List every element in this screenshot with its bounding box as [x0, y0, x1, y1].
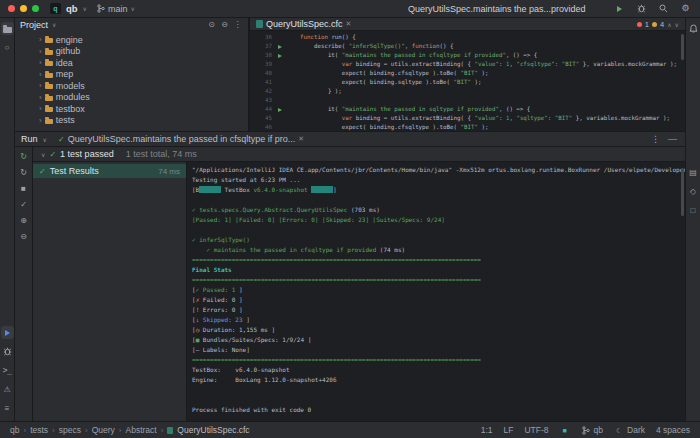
debug-tool-button[interactable] — [1, 345, 14, 358]
line-number[interactable]: 37 — [250, 42, 274, 51]
line-number[interactable]: 42 — [250, 87, 274, 96]
close-session-icon[interactable]: ✕ — [298, 135, 304, 143]
project-widget[interactable]: qb — [66, 3, 78, 14]
tree-item[interactable]: ›mep — [15, 69, 248, 81]
line-number[interactable]: 40 — [250, 69, 274, 78]
git-branch-widget[interactable]: qb — [581, 425, 603, 435]
line-separator[interactable]: LF — [504, 425, 514, 435]
search-everywhere-button[interactable] — [657, 2, 670, 15]
run-test-gutter-icon[interactable] — [274, 45, 286, 49]
collapse-all-button[interactable]: ⊖ — [219, 19, 230, 30]
code-token: : — [555, 61, 562, 67]
project-panel: Project ∨ ⊙⊖⋮ ›engine›github›idea›mep›mo… — [15, 18, 249, 131]
line-number[interactable]: 46 — [250, 123, 274, 131]
locate-file-button[interactable]: ⊙ — [206, 19, 217, 30]
console-text — [192, 196, 196, 203]
close-tab-icon[interactable]: ✕ — [346, 20, 352, 28]
tree-item[interactable]: ›modules — [15, 92, 248, 104]
tree-item[interactable]: ›tests — [15, 115, 248, 127]
breadcrumb-item[interactable]: Abstract — [125, 425, 156, 435]
commit-tool-button[interactable]: ○ — [1, 41, 14, 54]
test-results-root-row[interactable]: ✓ Test Results 74 ms — [33, 164, 186, 178]
run-session-tab[interactable]: ✓ QueryUtilsSpec.maintains the passed in… — [58, 134, 304, 144]
code-token — [286, 34, 300, 40]
line-number[interactable]: 45 — [250, 114, 274, 123]
vcs-branch-widget[interactable]: main ∨ — [96, 4, 135, 14]
notifications-button[interactable] — [687, 22, 700, 35]
code-token: it( — [286, 106, 342, 112]
line-number[interactable]: 36 — [250, 33, 274, 42]
code-token: "cfsqltype" — [516, 61, 554, 67]
code-editor[interactable]: 36 function run() {37 describe( "inferSq… — [250, 31, 685, 131]
tree-item[interactable]: ›idea — [15, 57, 248, 69]
app-icon: q — [50, 3, 61, 14]
close-window-button[interactable] — [8, 5, 15, 12]
code-token: "maintains the passed in sqltype if prov… — [342, 106, 499, 112]
minimize-window-button[interactable] — [20, 5, 27, 12]
code-line: 46 expect( binding.cfsqltype ).toBe( "BI… — [250, 123, 685, 131]
line-number[interactable]: 38 — [250, 51, 274, 60]
prev-problem-icon[interactable]: ∧ — [667, 21, 671, 28]
breadcrumb-item[interactable]: QueryUtilsSpec.cfc — [177, 425, 249, 435]
database-tool-button[interactable]: ▤ — [687, 166, 700, 179]
run-tool-button[interactable] — [1, 326, 14, 339]
show-passed-button[interactable]: ✓ — [18, 199, 30, 211]
debug-button[interactable] — [635, 2, 648, 15]
run-test-gutter-icon[interactable] — [274, 108, 286, 112]
terminal-tool-button[interactable]: >_ — [1, 364, 14, 377]
breadcrumb-item[interactable]: specs — [59, 425, 81, 435]
file-encoding[interactable]: UTF-8 — [524, 425, 548, 435]
tree-item[interactable]: ›models — [15, 80, 248, 92]
services-tool-button[interactable]: ≡ — [1, 402, 14, 415]
line-number[interactable]: 43 — [250, 96, 274, 105]
error-count: 1 — [645, 20, 649, 29]
zoom-window-button[interactable] — [32, 5, 39, 12]
indent-widget[interactable]: 4 spaces — [656, 425, 690, 435]
chevron-down-icon: ∨ — [43, 136, 47, 143]
dependencies-tool-button[interactable]: □ — [687, 204, 700, 217]
console-scrollbar-thumb[interactable] — [681, 168, 684, 216]
rerun-failed-button[interactable]: ↻ — [18, 167, 30, 179]
run-tab[interactable]: Run — [21, 134, 38, 144]
chevron-down-icon: ∨ — [52, 21, 56, 28]
breadcrumb-item[interactable]: tests — [30, 425, 48, 435]
console-text: [Passed: 1] [Failed: 0] [Errors: 0] [Ski… — [192, 216, 445, 223]
collapse-all-button[interactable]: ⊖ — [18, 231, 30, 243]
problems-tool-button[interactable]: ⚠ — [1, 383, 14, 396]
run-console[interactable]: "/Applications/IntelliJ IDEA CE.app/Cont… — [187, 162, 685, 421]
panel-options-button[interactable]: ⋮ — [232, 19, 243, 30]
rerun-tests-button[interactable]: ↻ — [18, 151, 30, 163]
tree-item[interactable]: ›engine — [15, 34, 248, 46]
hide-panel-button[interactable]: — — [666, 133, 679, 146]
test-status-bar: ∨ ✓ 1 test passed 1 test total, 74 ms — [33, 147, 685, 162]
breadcrumb-item[interactable]: qb — [10, 425, 19, 435]
run-button[interactable] — [613, 2, 626, 15]
expand-all-button[interactable]: ⊕ — [18, 215, 30, 227]
console-text: Testing started at 6:23 PM ... — [192, 176, 300, 183]
line-number[interactable]: 41 — [250, 78, 274, 87]
run-test-gutter-icon[interactable] — [274, 54, 286, 58]
theme-widget[interactable]: ☾Dark — [614, 425, 645, 435]
editor-scrollbar-thumb[interactable] — [681, 34, 684, 60]
editor-tab[interactable]: QueryUtilsSpec.cfc ✕ — [256, 18, 351, 31]
caret-position[interactable]: 1:1 — [481, 425, 493, 435]
boxlang-runtime[interactable]: ■ — [560, 425, 570, 435]
project-panel-header[interactable]: Project ∨ ⊙⊖⋮ — [15, 18, 248, 31]
line-number[interactable]: 39 — [250, 60, 274, 69]
breadcrumb-item[interactable]: Query — [92, 425, 115, 435]
next-problem-icon[interactable]: ∨ — [675, 21, 679, 28]
settings-button[interactable]: ⚙ — [679, 2, 692, 15]
inspections-widget[interactable]: 1 4 ∧ ∨ — [637, 20, 679, 29]
line-number[interactable]: 44 — [250, 105, 274, 114]
console-text — [199, 186, 221, 193]
chevron-right-icon: › — [39, 104, 42, 113]
more-options-button[interactable]: ⋮ — [649, 133, 662, 146]
tree-item[interactable]: ›testbox — [15, 103, 248, 115]
build-tool-button[interactable]: ◇ — [687, 185, 700, 198]
console-line: [— Labels: None] — [192, 345, 685, 355]
file-encoding-label: UTF-8 — [524, 425, 548, 435]
stop-button[interactable]: ■ — [18, 183, 30, 195]
code-token: ); — [471, 79, 481, 85]
project-tool-button[interactable] — [1, 22, 14, 35]
tree-item[interactable]: ›github — [15, 46, 248, 58]
